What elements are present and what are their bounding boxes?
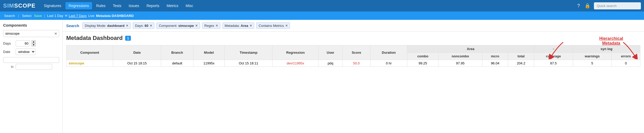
th-warnings: warnings <box>573 53 612 60</box>
date-from-input[interactable] <box>3 57 59 63</box>
subnav-sep2: | <box>44 14 45 18</box>
nav-reports[interactable]: Reports <box>143 2 162 9</box>
th-model: Model <box>193 45 224 60</box>
date-label: Date <box>3 50 14 54</box>
td-timestamp: Oct 15 18:11 <box>224 60 272 67</box>
filter-tag-regex: Regex × <box>202 22 220 29</box>
nav-issues[interactable]: Issues <box>125 2 142 9</box>
content-area: Search Display Mode: dashboard × Days: 6… <box>63 20 644 133</box>
subnav-email-icon: ✉ <box>65 14 67 17</box>
data-table: Component Date Branch Model Timestamp Re… <box>66 45 640 67</box>
days-up-button[interactable]: ▲ <box>32 40 36 43</box>
filter-tag-displaymode-close[interactable]: × <box>126 23 128 28</box>
filter-tag-metadata-close[interactable]: × <box>250 23 252 28</box>
th-errors: errors <box>612 53 640 60</box>
th-group-area: Area <box>407 45 534 53</box>
th-coverage: coverage <box>534 53 573 60</box>
th-duration: Duration <box>370 45 407 60</box>
nav-links: Signatures Regressions Rules Tests Issue… <box>41 2 576 9</box>
th-branch: Branch <box>161 45 193 60</box>
nav-regressions[interactable]: Regressions <box>65 2 92 9</box>
quick-search-input[interactable] <box>594 2 641 9</box>
to-label: to <box>3 65 14 69</box>
th-score: Score <box>343 45 370 60</box>
filter-tag-component-close[interactable]: × <box>196 23 198 28</box>
subnav-live[interactable]: Live <box>88 14 94 18</box>
filter-tag-metadata: Metadata: Area × <box>222 22 254 29</box>
nav-metrics[interactable]: Metrics <box>163 2 181 9</box>
filter-tag-displaymode-text: Display Mode: dashboard <box>85 24 124 28</box>
nav-tests[interactable]: Tests <box>110 2 125 9</box>
filter-tag-regex-close[interactable]: × <box>216 23 218 28</box>
date-to-row: to <box>3 64 59 70</box>
filter-bar: Search Display Mode: dashboard × Days: 6… <box>63 20 644 32</box>
nav-misc[interactable]: Misc <box>183 2 196 9</box>
subnav-search[interactable]: Search <box>3 13 16 18</box>
logo-sim: SIM <box>3 2 14 9</box>
subnav-last7days[interactable]: Last 7 Days <box>69 14 87 18</box>
th-mcro: mcro <box>482 53 508 60</box>
subnav-dashboard[interactable]: Metadata DASHBOARD <box>96 14 133 18</box>
td-warnings: 5 <box>573 60 612 67</box>
date-select[interactable]: window range custom <box>16 49 35 55</box>
subnav-save[interactable]: Save <box>34 14 42 18</box>
logo: SIMSCOPE <box>3 2 35 9</box>
nav-right: ? 🔒 <box>576 2 641 10</box>
td-combo: 99.25 <box>407 60 439 67</box>
days-input[interactable] <box>16 40 30 46</box>
dashboard-badge: 1 <box>125 36 131 41</box>
td-branch: default <box>161 60 193 67</box>
help-icon[interactable]: ? <box>576 2 581 10</box>
th-timestamp: Timestamp <box>224 45 272 60</box>
th-group-dash: - <box>534 45 573 53</box>
td-mcro: 96.04 <box>482 60 508 67</box>
filter-tag-contains-metrics-close[interactable]: × <box>285 23 288 28</box>
filter-tag-contains-metrics: Contains Metrics × <box>256 22 290 29</box>
component-input-wrap: ✕ <box>3 30 59 37</box>
subnav-sep1: | <box>18 14 19 18</box>
th-combo: combo <box>407 53 439 60</box>
lock-icon[interactable]: 🔒 <box>584 2 591 10</box>
sidebar-title: Components <box>3 23 59 27</box>
td-total: 204.2 <box>508 60 534 67</box>
th-total: total <box>508 53 534 60</box>
main-layout: Components ✕ Days ▲ ▼ Date window range … <box>0 20 644 133</box>
th-regression: Regression <box>272 45 318 60</box>
th-date: Date <box>113 45 161 60</box>
td-coverage: 87.5 <box>534 60 573 67</box>
td-regression[interactable]: dev/11995x <box>272 60 318 67</box>
filter-tag-component: Component: simscope × <box>156 22 200 29</box>
th-component: Component <box>66 45 113 60</box>
td-user: pdq <box>318 60 342 67</box>
subnav-last1day[interactable]: Last 1 Day <box>47 14 63 18</box>
filter-tag-metadata-text: Metadata: Area <box>225 24 248 28</box>
subnav-select[interactable]: Select <box>21 13 33 18</box>
nav-signatures[interactable]: Signatures <box>41 2 64 9</box>
td-date: Oct 15 18:15 <box>113 60 161 67</box>
filter-tag-days-text: Days: 60 <box>135 24 148 28</box>
date-row: Date window range custom <box>3 49 59 55</box>
filter-bar-label: Search <box>66 23 79 28</box>
th-group-synlog: syn log <box>573 45 640 53</box>
nav-rules[interactable]: Rules <box>93 2 109 9</box>
filter-tag-displaymode: Display Mode: dashboard × <box>82 22 131 29</box>
days-down-button[interactable]: ▼ <box>32 43 36 46</box>
sidebar: Components ✕ Days ▲ ▼ Date window range … <box>0 20 63 133</box>
dashboard-title: Metadata Dashboard <box>66 35 123 41</box>
filter-tag-regex-text: Regex <box>204 24 214 28</box>
dashboard-title-row: Metadata Dashboard 1 <box>66 35 640 41</box>
regression-link[interactable]: dev/11995x <box>287 61 304 65</box>
filter-tag-contains-metrics-text: Contains Metrics <box>259 24 284 28</box>
filter-tag-days-close[interactable]: × <box>150 23 152 28</box>
date-to-input[interactable] <box>16 64 52 70</box>
days-row: Days ▲ ▼ <box>3 40 59 46</box>
days-label: Days <box>3 41 14 45</box>
component-input[interactable] <box>3 30 53 37</box>
filter-tag-days: Days: 60 × <box>133 22 155 29</box>
td-noncombo: 97.95 <box>439 60 482 67</box>
th-noncombo: noncombo <box>439 53 482 60</box>
td-errors: 0 <box>612 60 640 67</box>
dashboard-area: Metadata Dashboard 1 Hierarchical Metada… <box>63 32 644 70</box>
component-clear-button[interactable]: ✕ <box>53 31 59 37</box>
nav-bar: SIMSCOPE Signatures Regressions Rules Te… <box>0 0 644 11</box>
